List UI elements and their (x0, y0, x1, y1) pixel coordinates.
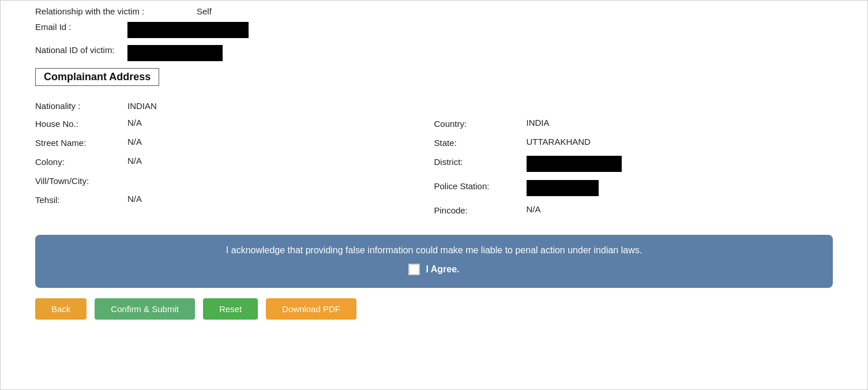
national-id-row: National ID of victim: (35, 45, 833, 61)
email-label: Email Id : (35, 22, 127, 32)
page-container: Relationship with the victim : Self Emai… (0, 0, 868, 390)
address-grid: House No.: N/A Street Name: N/A Colony: … (35, 118, 833, 223)
state-label: State: (434, 137, 527, 148)
district-row: District: (434, 156, 833, 172)
state-value: UTTARAKHAND (527, 137, 591, 147)
vill-town-city-row: Vill/Town/City: (35, 175, 434, 186)
tehsil-row: Tehsil: N/A (35, 194, 434, 205)
complainant-address-heading-wrap: Complainant Address (35, 68, 833, 93)
tehsil-label: Tehsil: (35, 194, 127, 205)
police-station-row: Police Station: (434, 180, 833, 196)
relationship-row: Relationship with the victim : Self (35, 6, 833, 16)
national-id-label: National ID of victim: (35, 45, 127, 55)
street-name-row: Street Name: N/A (35, 137, 434, 148)
street-name-value: N/A (127, 137, 142, 147)
relationship-value: Self (197, 6, 212, 16)
district-redacted (527, 156, 622, 172)
house-no-row: House No.: N/A (35, 118, 434, 129)
district-label: District: (434, 156, 527, 167)
download-pdf-button[interactable]: Download PDF (266, 298, 356, 320)
complainant-address-heading: Complainant Address (35, 68, 159, 86)
colony-label: Colony: (35, 156, 127, 167)
pincode-row: Pincode: N/A (434, 204, 833, 215)
nationality-row: Nationality : INDIAN (35, 101, 833, 111)
nationality-value: INDIAN (127, 101, 157, 111)
state-row: State: UTTARAKHAND (434, 137, 833, 148)
address-left-col: House No.: N/A Street Name: N/A Colony: … (35, 118, 434, 223)
acknowledge-box: I acknowledge that providing false infor… (35, 235, 833, 288)
relationship-label: Relationship with the victim : (35, 6, 197, 16)
street-name-label: Street Name: (35, 137, 127, 148)
nationality-label: Nationality : (35, 101, 127, 111)
confirm-submit-button[interactable]: Confirm & Submit (95, 298, 195, 320)
acknowledge-text: I acknowledge that providing false infor… (52, 245, 816, 256)
tehsil-value: N/A (127, 194, 142, 204)
agree-checkbox[interactable] (408, 264, 420, 275)
country-value: INDIA (527, 118, 550, 127)
buttons-row: Back Confirm & Submit Reset Download PDF (35, 298, 833, 320)
house-no-label: House No.: (35, 118, 127, 129)
back-button[interactable]: Back (35, 298, 87, 320)
police-station-label: Police Station: (434, 180, 527, 191)
colony-row: Colony: N/A (35, 156, 434, 167)
email-redacted (127, 22, 249, 38)
country-label: Country: (434, 118, 527, 129)
pincode-value: N/A (527, 204, 541, 214)
address-right-col: Country: INDIA State: UTTARAKHAND Distri… (434, 118, 833, 223)
agree-label: I Agree. (426, 264, 459, 275)
email-row: Email Id : (35, 22, 833, 38)
police-station-redacted (527, 180, 599, 196)
colony-value: N/A (127, 156, 142, 166)
house-no-value: N/A (127, 118, 142, 127)
agree-row: I Agree. (52, 264, 816, 275)
national-id-redacted (127, 45, 223, 61)
country-row: Country: INDIA (434, 118, 833, 129)
reset-button[interactable]: Reset (203, 298, 258, 320)
pincode-label: Pincode: (434, 204, 527, 215)
vill-town-city-label: Vill/Town/City: (35, 175, 127, 186)
